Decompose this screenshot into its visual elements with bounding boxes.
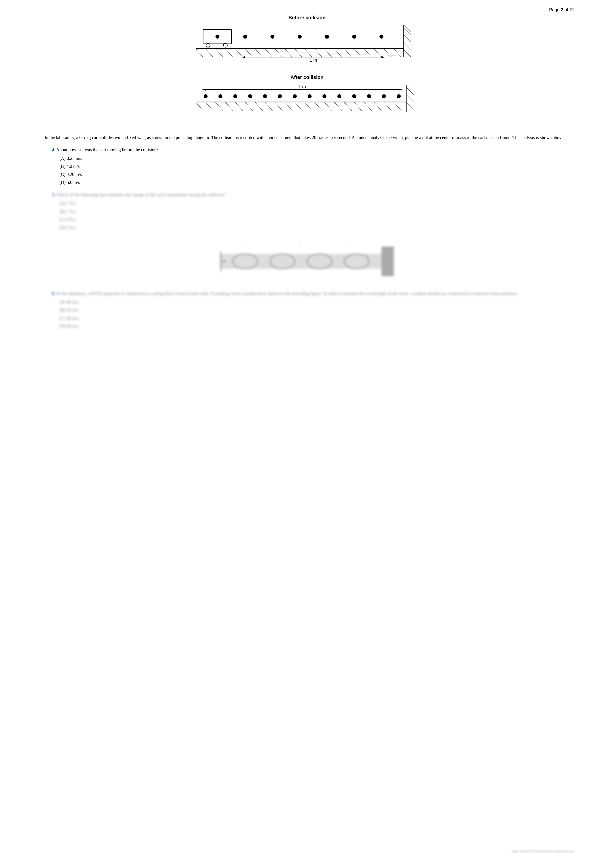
- svg-rect-93: [381, 246, 394, 276]
- svg-point-51: [322, 94, 326, 98]
- svg-line-58: [196, 102, 203, 111]
- svg-point-52: [337, 94, 341, 98]
- svg-line-12: [196, 49, 203, 57]
- body-paragraph: In the laboratory, a 0.5-kg cart collide…: [45, 134, 565, 141]
- before-collision-section: Before collision: [45, 15, 569, 65]
- svg-point-56: [397, 94, 401, 98]
- choice-6d: (D) 60 m/s: [59, 322, 569, 330]
- svg-line-73: [344, 102, 352, 111]
- after-collision-section: After collision: [45, 74, 569, 124]
- svg-point-5: [270, 35, 274, 39]
- svg-line-67: [285, 102, 292, 111]
- svg-line-63: [245, 102, 253, 111]
- question-4-number: 4.: [52, 147, 56, 152]
- choice-4b: (B) 4.0 m/s: [59, 162, 569, 170]
- svg-line-13: [205, 49, 213, 57]
- svg-line-69: [305, 102, 312, 111]
- svg-point-4: [243, 35, 247, 39]
- svg-line-14: [216, 49, 223, 57]
- blurred-spring-diagram: ~ ~ ~: [221, 239, 394, 284]
- question-5-text: 5. Which of the following best estimates…: [52, 192, 569, 197]
- after-collision-diagram: 1 m: [196, 85, 418, 122]
- svg-line-21: [285, 49, 292, 57]
- svg-line-29: [364, 49, 372, 57]
- svg-line-82: [406, 102, 413, 109]
- question-5-block: 5. Which of the following best estimates…: [45, 192, 569, 232]
- svg-line-74: [354, 102, 362, 111]
- choice-5a: (A) 7 N·s: [59, 200, 569, 208]
- svg-line-23: [305, 49, 312, 57]
- footer-url: https://master.d2vtnj2ukhemam.amplifyapp…: [512, 849, 574, 853]
- svg-line-37: [404, 50, 411, 57]
- svg-point-1: [216, 35, 219, 39]
- svg-line-11: [196, 48, 404, 56]
- svg-line-25: [325, 49, 332, 57]
- page-number: Page 2 of 21: [549, 8, 574, 12]
- before-collision-title: Before collision: [288, 15, 325, 20]
- choice-5c: (C) 4 N·s: [59, 215, 569, 223]
- svg-line-70: [314, 102, 322, 111]
- question-6-text: 6. In the laboratory, a 60-Hz generator …: [52, 291, 569, 296]
- svg-text:1 m: 1 m: [309, 58, 317, 62]
- svg-line-22: [295, 49, 302, 57]
- svg-point-45: [233, 94, 237, 98]
- question-5-choices: (A) 7 N·s (B) 1 N·s (C) 4 N·s (D) 3 N·s: [52, 200, 569, 232]
- middle-diagram: ~ ~ ~: [45, 239, 569, 284]
- svg-line-30: [374, 49, 381, 57]
- svg-line-76: [374, 102, 381, 111]
- svg-line-35: [404, 35, 411, 42]
- question-5-content: Which of the following best estimates th…: [56, 192, 225, 197]
- svg-line-61: [225, 102, 233, 111]
- svg-point-46: [248, 94, 252, 98]
- svg-line-32: [394, 49, 401, 57]
- svg-marker-85: [202, 88, 205, 91]
- before-collision-diagram: 1 m: [196, 25, 418, 62]
- svg-point-9: [379, 35, 383, 39]
- question-4-choices: (A) 0.25 m/s (B) 4.0 m/s (C) 0.20 m/s (D…: [52, 155, 569, 187]
- svg-line-81: [406, 95, 413, 102]
- svg-line-19: [265, 49, 272, 57]
- choice-4c: (C) 0.20 m/s: [59, 170, 569, 178]
- svg-point-44: [218, 94, 222, 98]
- choice-5d: (D) 3 N·s: [59, 224, 569, 232]
- svg-text:1 m: 1 m: [298, 85, 306, 89]
- svg-point-7: [325, 35, 329, 39]
- svg-line-31: [384, 49, 391, 57]
- svg-point-50: [308, 94, 312, 98]
- choice-4a: (A) 0.25 m/s: [59, 155, 569, 162]
- question-6-block: 6. In the laboratory, a 60-Hz generator …: [45, 291, 569, 330]
- svg-point-53: [352, 94, 356, 98]
- choice-6b: (B) 30 m/s: [59, 306, 569, 314]
- svg-line-17: [245, 49, 253, 57]
- svg-line-59: [205, 102, 213, 111]
- svg-point-43: [204, 94, 208, 98]
- svg-line-18: [255, 49, 263, 57]
- svg-text:~: ~: [298, 243, 301, 247]
- after-collision-title: After collision: [291, 74, 323, 80]
- svg-text:~: ~: [244, 243, 246, 247]
- svg-point-8: [352, 35, 356, 39]
- svg-marker-41: [381, 56, 385, 58]
- question-4-block: 4. About how fast was the cart moving be…: [45, 147, 569, 187]
- svg-line-62: [235, 102, 243, 111]
- svg-line-77: [384, 102, 391, 111]
- svg-line-64: [255, 102, 263, 111]
- svg-text:~: ~: [348, 243, 350, 247]
- svg-line-28: [354, 49, 362, 57]
- choice-6c: (C) 40 m/s: [59, 314, 569, 322]
- choice-4d: (D) 5.0 m/s: [59, 178, 569, 186]
- svg-line-36: [404, 42, 411, 50]
- svg-line-65: [265, 102, 272, 111]
- svg-line-78: [394, 102, 401, 111]
- svg-point-54: [367, 94, 371, 98]
- svg-marker-86: [399, 88, 402, 91]
- question-4-content: About how fast was the cart moving befor…: [56, 147, 158, 152]
- svg-line-72: [334, 102, 342, 111]
- svg-point-49: [293, 94, 297, 98]
- choice-5b: (B) 1 N·s: [59, 208, 569, 215]
- svg-point-6: [298, 35, 302, 39]
- question-4-text: 4. About how fast was the cart moving be…: [52, 147, 569, 152]
- svg-line-75: [364, 102, 372, 111]
- svg-line-15: [225, 49, 233, 57]
- svg-point-55: [382, 94, 386, 98]
